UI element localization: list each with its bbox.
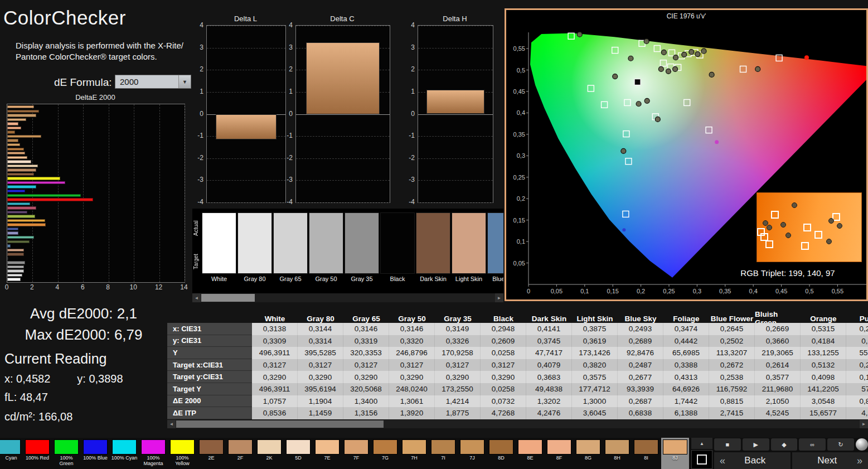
patch-button-8j[interactable]: 8J — [661, 438, 689, 469]
deltae-bar-row — [7, 210, 185, 215]
swatch-white: White — [202, 212, 236, 282]
measurement-marker — [661, 50, 666, 55]
patch-swatch — [547, 439, 571, 455]
deltae-bar-row — [7, 189, 185, 194]
measurement-marker — [628, 56, 633, 61]
chevron-down-icon[interactable]: ▼ — [178, 75, 191, 88]
deltae-bar — [7, 177, 60, 180]
patch-button-8d[interactable]: 8D — [487, 438, 515, 469]
table-cell: 173,1426 — [572, 347, 618, 359]
scroll-right-icon[interactable]: ► — [860, 420, 868, 428]
deltae-bar — [7, 244, 11, 247]
axis-tick-label: 14 — [180, 283, 187, 291]
deltae-bar-row — [7, 265, 185, 269]
patch-label: 100% Magenta — [139, 455, 167, 466]
gridline — [296, 202, 390, 203]
scroll-left-icon[interactable]: ◄ — [192, 293, 201, 302]
patch-button-cyan[interactable]: Cyan — [0, 438, 22, 469]
patch-button-8e[interactable]: 8E — [516, 438, 544, 469]
axis-tick-label: 4 — [411, 21, 415, 29]
axis-tick-label: 0,45 — [513, 88, 525, 95]
infinity-icon[interactable]: ∞ — [799, 438, 826, 451]
back-button[interactable]: « Back — [714, 452, 791, 469]
swatch-label: Dark Skin — [416, 275, 450, 282]
patch-label: 8D — [498, 455, 505, 461]
delta-h-chart — [418, 25, 493, 203]
deltae-bar-row — [7, 159, 185, 164]
patch-button-7f[interactable]: 7F — [342, 438, 370, 469]
next-button[interactable]: Next » — [792, 452, 868, 469]
table-cell: 0,2677 — [618, 371, 663, 383]
table-cell: 0,3127 — [435, 359, 481, 371]
table-cell: 0,2645 — [709, 323, 755, 335]
measurement-marker — [673, 66, 678, 71]
axis-tick-label: 1 — [289, 88, 293, 95]
patch-button-5d[interactable]: 5D — [284, 438, 312, 469]
patch-button-100-yellow[interactable]: 100% Yellow — [168, 438, 196, 469]
back-button-label: Back — [744, 455, 765, 466]
gridline — [296, 26, 390, 26]
patch-swatch — [228, 439, 253, 455]
patch-button-100-blue[interactable]: 100% Blue — [81, 438, 109, 469]
table-cell: 248,0240 — [389, 383, 435, 395]
patch-button-100-magenta[interactable]: 100% Magenta — [139, 438, 167, 469]
patch-label: 2E — [208, 455, 214, 461]
scrollbar-thumb[interactable] — [201, 294, 255, 302]
marker-icon[interactable]: ◆ — [771, 438, 798, 451]
patch-label: 2K — [266, 455, 272, 461]
delta-l-title: Delta L — [206, 14, 285, 23]
dl-bar — [216, 114, 277, 140]
pattern-window-button[interactable] — [691, 450, 712, 469]
table-row: ΔE 20001,07571,19041,34001,30611,42140,0… — [167, 395, 868, 408]
patch-button-7e[interactable]: 7E — [313, 438, 341, 469]
deltae-bar — [7, 261, 25, 264]
patch-button-100-green[interactable]: 100% Green — [52, 438, 80, 469]
table-scrollbar[interactable]: ◄ ► — [167, 420, 868, 428]
axis-tick-label: -3 — [287, 176, 293, 183]
scrollbar-track[interactable] — [201, 293, 495, 302]
patch-label: 8G — [585, 455, 591, 461]
patch-button-2e[interactable]: 2E — [197, 438, 225, 469]
scrollbar-thumb[interactable] — [176, 420, 384, 428]
swatch-scrollbar[interactable]: ◄ ► — [192, 293, 503, 302]
target-marker — [814, 231, 822, 239]
patch-button-7i[interactable]: 7I — [429, 438, 457, 469]
patch-swatch — [518, 439, 542, 455]
patch-button-7h[interactable]: 7H — [400, 438, 428, 469]
patch-button-2k[interactable]: 2K — [255, 438, 283, 469]
axis-tick-label: 0 — [5, 283, 9, 291]
refresh-icon[interactable]: ↻ — [827, 438, 854, 451]
delta-l-y-axis: 43210-1-2-3-4 — [195, 25, 203, 202]
axis-tick-label: 0,25 — [513, 174, 525, 181]
collapse-up-icon[interactable]: ▲ — [691, 438, 712, 449]
patch-button-8i[interactable]: 8I — [632, 438, 660, 469]
table-cell: 0,0258 — [481, 383, 526, 395]
scroll-left-icon[interactable]: ◄ — [167, 420, 176, 428]
transport-controls: ▲ ■▶◆∞↻ « Back Next » — [691, 438, 868, 469]
table-cell: 0,4079 — [526, 359, 572, 371]
next-button-label: Next — [817, 455, 837, 466]
axis-tick-label: 0,55 — [513, 45, 525, 52]
patch-button-2f[interactable]: 2F — [226, 438, 254, 469]
scrollbar-track[interactable] — [176, 420, 860, 428]
patch-button-7j[interactable]: 7J — [458, 438, 486, 469]
scroll-right-icon[interactable]: ► — [495, 293, 503, 302]
swatch-color — [380, 212, 415, 274]
table-row-label: y: CIE31 — [167, 335, 252, 347]
play-icon[interactable]: ▶ — [743, 438, 769, 451]
axis-tick-label: 1 — [200, 88, 203, 95]
avg-de2000: Avg dE2000: 2,1 — [0, 305, 167, 322]
stop-icon[interactable]: ■ — [714, 438, 741, 451]
patch-button-8h[interactable]: 8H — [603, 438, 631, 469]
patch-button-100-cyan[interactable]: 100% Cyan — [110, 438, 138, 469]
patch-button-8g[interactable]: 8G — [574, 438, 602, 469]
patch-swatch — [460, 439, 484, 455]
deltae-chart-title: DeltaE 2000 — [7, 93, 184, 101]
patch-button-8f[interactable]: 8F — [545, 438, 573, 469]
measurement-marker — [709, 72, 714, 77]
patch-button-7g[interactable]: 7G — [371, 438, 399, 469]
de-formula-dropdown[interactable]: 2000 ▼ — [115, 75, 191, 89]
table-cell: 0,6838 — [618, 407, 663, 419]
table-cell: 1,3920 — [389, 407, 435, 419]
patch-button-100-red[interactable]: 100% Red — [23, 438, 51, 469]
